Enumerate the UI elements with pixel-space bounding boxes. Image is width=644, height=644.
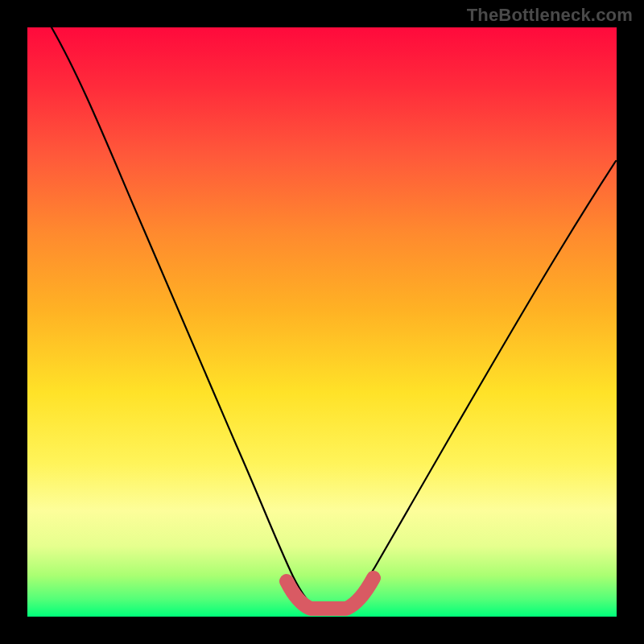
watermark-text: TheBottleneck.com	[467, 5, 633, 26]
bottleneck-curve	[52, 27, 616, 609]
chart-stage: TheBottleneck.com	[0, 0, 644, 644]
plot-area	[27, 27, 617, 617]
chart-overlay	[27, 27, 617, 617]
optimal-band	[287, 578, 374, 609]
